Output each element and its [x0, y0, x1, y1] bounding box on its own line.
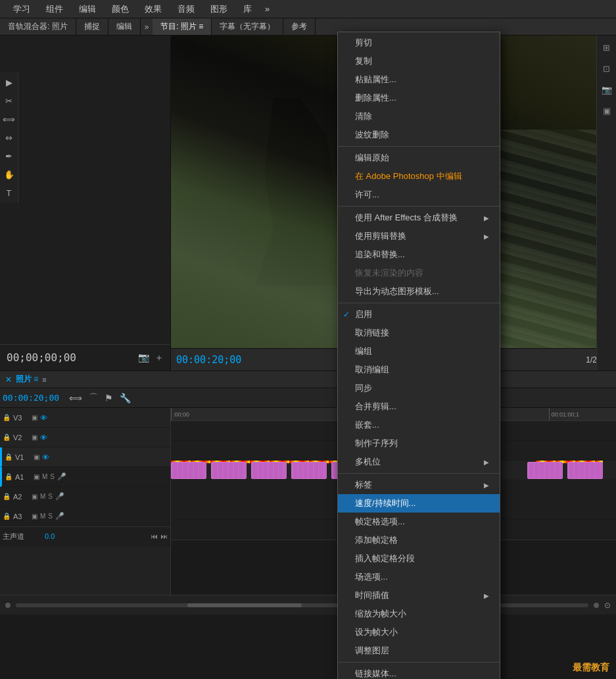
a2-mic[interactable]: 🎤 — [55, 492, 64, 501]
track-height-icon[interactable]: ⊙ — [604, 601, 611, 610]
ctx-render-replace[interactable]: 追染和替换... — [338, 245, 500, 264]
v2-eye[interactable]: 👁 — [40, 434, 47, 441]
a3-solo[interactable]: S — [48, 513, 53, 520]
ctx-clear[interactable]: 清除 — [338, 107, 500, 126]
v2-settings[interactable]: ▣ — [32, 434, 37, 441]
video-clip-1[interactable] — [171, 462, 206, 479]
right-icon-2[interactable]: ⊡ — [599, 61, 615, 76]
a2-lock[interactable]: 🔒 — [3, 493, 11, 500]
tab-capture[interactable]: 捕捉 — [76, 18, 108, 35]
ctx-export-mogrt[interactable]: 导出为动态图形模板... — [338, 282, 500, 301]
ctx-nest[interactable]: 嵌套... — [338, 416, 500, 434]
timeline-menu-icon[interactable]: ≡ — [42, 376, 46, 384]
tool-slip[interactable]: ⇔ — [2, 130, 16, 145]
tl-tool-flag[interactable]: ⚑ — [103, 391, 115, 405]
video-clip-7[interactable] — [567, 462, 603, 479]
tab-captions[interactable]: 字幕（无字幕） — [212, 18, 283, 35]
v3-eye[interactable]: 👁 — [40, 414, 47, 422]
ctx-set-to-frame[interactable]: 设为帧大小 — [338, 623, 500, 641]
ctx-link-media[interactable]: 链接媒体... — [338, 665, 500, 679]
tool-type[interactable]: T — [2, 186, 16, 200]
right-icon-1[interactable]: ⊞ — [599, 39, 615, 55]
tl-tool-ripple[interactable]: ⟺ — [67, 391, 84, 405]
menu-graphics[interactable]: 图形 — [202, 1, 235, 18]
tab-track-mixer[interactable]: 音轨混合器: 照片 — [0, 18, 76, 35]
tl-tool-wrench[interactable]: 🔧 — [118, 391, 133, 405]
camera-icon[interactable]: 📷 — [599, 82, 615, 97]
take-photo-icon[interactable]: 📷 — [138, 352, 149, 364]
v2-lock[interactable]: 🔒 — [3, 434, 11, 441]
tool-hand[interactable]: ✋ — [2, 167, 16, 182]
ctx-freeze-frame-options[interactable]: 帧定格选项... — [338, 513, 500, 531]
ctx-speed-duration[interactable]: 速度/持续时间... — [338, 494, 500, 513]
master-btn-2[interactable]: ⏭ — [160, 532, 168, 540]
ctx-add-freeze-frame[interactable]: 添加帧定格 — [338, 531, 500, 549]
tool-select[interactable]: ▶ — [2, 75, 16, 89]
tool-razor[interactable]: ✂ — [2, 93, 16, 108]
ctx-license[interactable]: 许可... — [338, 186, 500, 204]
menu-audio[interactable]: 音频 — [170, 1, 202, 18]
ctx-make-subsequence[interactable]: 制作子序列 — [338, 434, 500, 453]
ctx-time-interp[interactable]: 时间插值▶ — [338, 586, 500, 605]
scroll-dot-right[interactable] — [594, 603, 599, 608]
menu-component[interactable]: 组件 — [38, 1, 71, 18]
add-icon[interactable]: ＋ — [154, 352, 164, 364]
menu-learn[interactable]: 学习 — [5, 1, 38, 18]
v1-lock[interactable]: 🔒 — [5, 453, 12, 461]
tl-tool-arc[interactable]: ⌒ — [87, 391, 100, 405]
menu-color[interactable]: 颜色 — [104, 1, 137, 18]
ctx-insert-freeze-segment[interactable]: 插入帧定格分段 — [338, 549, 500, 568]
ctx-ae-replace[interactable]: 使用 After Effects 合成替换▶ — [338, 209, 500, 227]
menu-effects[interactable]: 效果 — [137, 1, 170, 18]
tool-pen[interactable]: ✒ — [2, 149, 16, 163]
ctx-clip-replace[interactable]: 使用剪辑替换▶ — [338, 227, 500, 245]
ctx-copy[interactable]: 复制 — [338, 52, 500, 70]
scroll-dot-left[interactable] — [5, 603, 11, 608]
tab-more-icon[interactable]: » — [141, 20, 153, 34]
menu-more-icon[interactable]: » — [260, 1, 275, 16]
right-icon-4[interactable]: ▣ — [599, 103, 615, 118]
ctx-label[interactable]: 标签▶ — [338, 476, 500, 494]
ctx-unlink[interactable]: 取消链接 — [338, 324, 500, 342]
a2-icon[interactable]: ▣ — [32, 493, 37, 500]
v3-settings[interactable]: ▣ — [32, 414, 37, 421]
v3-lock[interactable]: 🔒 — [3, 414, 11, 421]
tab-reference[interactable]: 参考 — [283, 18, 316, 35]
a2-solo[interactable]: S — [48, 493, 53, 500]
v1-eye[interactable]: 👁 — [42, 453, 49, 461]
v1-settings[interactable]: ▣ — [34, 453, 39, 461]
ctx-cut[interactable]: 剪切 — [338, 34, 500, 52]
video-clip-6[interactable] — [527, 462, 563, 479]
tab-program[interactable]: 节目: 照片 ≡ — [153, 18, 212, 35]
ctx-scale-to-frame[interactable]: 缩放为帧大小 — [338, 605, 500, 623]
a2-mute[interactable]: M — [40, 493, 45, 500]
a3-lock[interactable]: 🔒 — [3, 513, 11, 520]
tool-ripple[interactable]: ⟺ — [2, 112, 16, 126]
a3-mic[interactable]: 🎤 — [55, 512, 64, 520]
a1-mute[interactable]: M — [42, 473, 47, 480]
ctx-enable[interactable]: ✓ 启用 — [338, 305, 500, 324]
ctx-paste-attr[interactable]: 粘贴属性... — [338, 70, 500, 89]
video-clip-2[interactable] — [211, 462, 247, 479]
ctx-group[interactable]: 编组 — [338, 342, 500, 361]
scroll-thumb[interactable] — [187, 603, 302, 607]
ctx-edit-photoshop[interactable]: 在 Adobe Photoshop 中编辑 — [338, 167, 500, 186]
a1-icon[interactable]: ▣ — [34, 473, 39, 480]
ctx-sync[interactable]: 同步 — [338, 379, 500, 397]
a1-lock[interactable]: 🔒 — [5, 473, 12, 480]
a1-solo[interactable]: S — [50, 473, 55, 480]
ctx-merge-clips[interactable]: 合并剪辑... — [338, 397, 500, 416]
ctx-ripple-delete[interactable]: 波纹删除 — [338, 126, 500, 144]
ctx-adjustment-layer[interactable]: 调整图层 — [338, 641, 500, 660]
a3-icon[interactable]: ▣ — [32, 513, 37, 520]
video-clip-3[interactable] — [251, 462, 287, 479]
ctx-multicam[interactable]: 多机位▶ — [338, 453, 500, 471]
ctx-delete-attr[interactable]: 删除属性... — [338, 89, 500, 107]
video-clip-4[interactable] — [291, 462, 327, 479]
ctx-field-options[interactable]: 场选项... — [338, 568, 500, 586]
master-btn-1[interactable]: ⏮ — [151, 532, 158, 540]
a3-mute[interactable]: M — [40, 513, 45, 520]
a1-mic[interactable]: 🎤 — [57, 472, 66, 481]
ctx-ungroup[interactable]: 取消编组 — [338, 361, 500, 379]
menu-edit[interactable]: 编辑 — [71, 1, 104, 18]
